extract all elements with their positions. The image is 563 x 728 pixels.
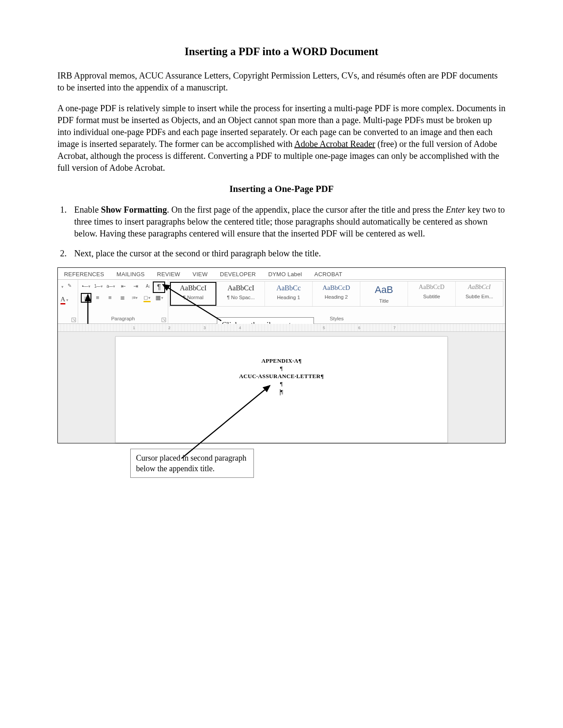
shading-icon[interactable] (143, 294, 151, 302)
tab-developer[interactable]: DEVELOPER (220, 270, 256, 278)
justify-icon[interactable] (118, 294, 127, 302)
pilcrow-mark: ¶ (280, 388, 283, 395)
style-name: Subtitle (408, 293, 455, 300)
format-painter-icon[interactable] (60, 283, 64, 290)
pilcrow-mark: ¶ (116, 380, 447, 388)
styles-gallery[interactable]: AaBbCcI Normal AaBbCcI ¶ No Spac... AaBb… (169, 281, 503, 307)
style-preview: AaBbCcI (468, 284, 491, 290)
ribbon-tabs: REFERENCES MAILINGS REVIEW VIEW DEVELOPE… (58, 268, 505, 280)
style-heading2[interactable]: AaBbCcD Heading 2 (312, 281, 360, 306)
step-2: Next, place the cursor at the second or … (69, 248, 506, 259)
cursor-line: ¶ (116, 388, 447, 396)
ruler-mark: 2 (168, 325, 170, 330)
ruler-mark: 5 (323, 325, 325, 330)
align-left-button-highlighted[interactable] (81, 293, 91, 303)
style-subtle-emphasis[interactable]: AaBbCcI Subtle Em... (455, 281, 503, 306)
step1-a: Enable (74, 205, 101, 214)
appendix-title-line1: APPENDIX·A¶ (116, 357, 447, 365)
style-normal[interactable]: AaBbCcI Normal (170, 281, 217, 306)
style-name: Title (360, 298, 408, 305)
style-subtitle[interactable]: AaBbCcD Subtitle (408, 281, 455, 306)
page-title: Inserting a PDF into a WORD Document (57, 44, 506, 59)
style-preview: AaBbCcD (419, 284, 444, 290)
style-name: Subtle Em... (456, 293, 503, 300)
document-area: 1 2 3 4 5 6 7 APPENDIX·A¶ ¶ ACUC·ASSURAN… (58, 324, 505, 443)
line-spacing-icon[interactable] (130, 294, 139, 302)
sort-icon[interactable] (144, 282, 152, 290)
tab-dymo[interactable]: DYMO Label (268, 270, 302, 278)
appendix-title-line2: ACUC·ASSURANCE·LETTER¶ (116, 372, 447, 380)
style-preview: AaBbCcD (322, 284, 350, 291)
style-preview: AaBbCcI (180, 284, 206, 292)
step-1: Enable Show Formatting. On the first pag… (69, 204, 506, 240)
tab-acrobat[interactable]: ACROBAT (314, 270, 342, 278)
multilevel-list-icon[interactable] (106, 282, 115, 290)
increase-indent-icon[interactable] (131, 282, 140, 290)
step1-bold: Show Formatting (101, 205, 167, 214)
ruler-mark: 4 (239, 325, 241, 330)
clear-format-icon[interactable]: ✎ (68, 282, 72, 289)
callout-cursor: Cursor placed in second paragraph below … (130, 449, 254, 478)
step1-italic: Enter (446, 205, 465, 214)
ruler-mark: 3 (204, 325, 206, 330)
tab-mailings[interactable]: MAILINGS (117, 270, 145, 278)
style-preview: AaBbCcI (227, 284, 254, 292)
borders-icon[interactable] (155, 294, 164, 302)
intro-paragraph-1: IRB Approval memos, ACUC Assurance Lette… (57, 70, 506, 94)
font-dialog-launcher[interactable]: ↘ (72, 318, 76, 322)
ruler: 1 2 3 4 5 6 7 (58, 324, 505, 332)
word-screenshot: REFERENCES MAILINGS REVIEW VIEW DEVELOPE… (57, 267, 506, 443)
style-name: Heading 1 (265, 294, 312, 301)
section-subtitle: Inserting a One-Page PDF (57, 183, 506, 195)
align-right-icon[interactable] (106, 294, 114, 302)
ribbon-group-font: ✎ A ↘ (58, 280, 78, 323)
paragraph-dialog-launcher[interactable]: ↘ (162, 318, 166, 322)
decrease-indent-icon[interactable] (119, 282, 128, 290)
style-preview: AaB (375, 284, 393, 295)
style-no-spacing[interactable]: AaBbCcI ¶ No Spac... (217, 281, 264, 306)
ribbon-group-paragraph: ¶ Paragraph ↘ (78, 280, 168, 323)
pilcrow-mark: ¶ (116, 364, 447, 372)
ruler-mark: 6 (358, 325, 360, 330)
style-name: Normal (170, 294, 217, 301)
style-preview: AaBbCc (276, 284, 301, 292)
style-name: ¶ No Spac... (217, 294, 264, 301)
ribbon-group-styles: AaBbCcI Normal AaBbCcI ¶ No Spac... AaBb… (168, 280, 505, 323)
style-title[interactable]: AaB Title (360, 281, 408, 306)
font-color-button[interactable]: A (60, 295, 68, 304)
tab-references[interactable]: REFERENCES (64, 270, 104, 278)
tab-review[interactable]: REVIEW (157, 270, 180, 278)
adobe-reader-link[interactable]: Adobe Acrobat Reader (294, 139, 375, 149)
tab-view[interactable]: VIEW (193, 270, 208, 278)
numbering-icon[interactable] (94, 282, 103, 290)
align-center-icon[interactable] (93, 294, 102, 302)
paragraph-group-label: Paragraph (78, 315, 168, 323)
steps-list: Enable Show Formatting. On the first pag… (59, 204, 506, 259)
ruler-mark: 1 (133, 325, 135, 330)
show-formatting-button[interactable]: ¶ (153, 281, 165, 293)
intro-paragraph-2: A one-page PDF is relatively simple to i… (57, 102, 506, 174)
document-page[interactable]: APPENDIX·A¶ ¶ ACUC·ASSURANCE·LETTER¶ ¶ ¶ (115, 336, 448, 443)
step1-b: . On the first page of the appendix, pla… (167, 205, 446, 214)
ruler-mark: 7 (393, 325, 396, 330)
style-name: Heading 2 (313, 294, 360, 301)
style-heading1[interactable]: AaBbCc Heading 1 (264, 281, 312, 306)
bullets-icon[interactable] (82, 282, 91, 290)
